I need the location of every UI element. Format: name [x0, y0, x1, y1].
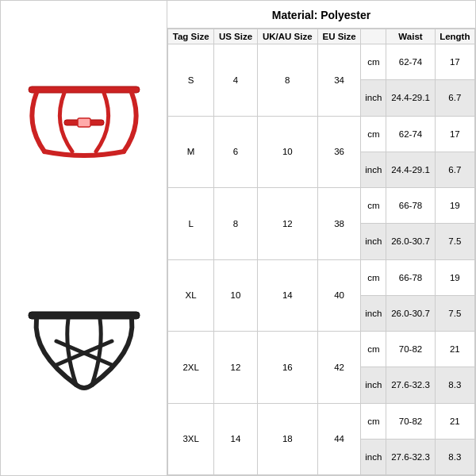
tag-size-cell: M: [168, 116, 214, 188]
eu-size-cell: 44: [317, 403, 360, 475]
unit-cm-cell: cm: [361, 44, 386, 80]
unit-inch-cell: inch: [361, 439, 386, 474]
table-column: Material: Polyester Tag Size US Size UK/…: [167, 1, 475, 475]
col-waist: Waist: [386, 29, 435, 44]
table-header-row: Tag Size US Size UK/AU Size EU Size Wais…: [168, 29, 475, 44]
material-label: Material: Polyester: [272, 9, 371, 21]
waist-inch-cell: 24.4-29.1: [386, 152, 435, 187]
waist-inch-cell: 24.4-29.1: [386, 80, 435, 116]
waist-inch-cell: 26.0-30.7: [386, 295, 435, 331]
unit-inch-cell: inch: [361, 295, 386, 331]
table-row: S 4 8 34 cm 62-74 17: [168, 44, 475, 80]
col-length: Length: [435, 29, 474, 44]
length-inch-cell: 8.3: [435, 439, 474, 474]
ukau-size-cell: 12: [257, 188, 317, 260]
ukau-size-cell: 14: [257, 259, 317, 332]
waist-cm-cell: 66-78: [386, 188, 435, 224]
col-unit: [361, 29, 386, 44]
unit-cm-cell: cm: [361, 116, 386, 152]
material-header: Material: Polyester: [167, 1, 475, 29]
table-row: M 6 10 36 cm 62-74 17: [168, 116, 475, 152]
length-cm-cell: 21: [435, 332, 474, 367]
length-inch-cell: 7.5: [435, 295, 474, 331]
eu-size-cell: 34: [317, 44, 360, 117]
length-cm-cell: 21: [435, 403, 474, 439]
waist-inch-cell: 27.6-32.3: [386, 367, 435, 403]
unit-cm-cell: cm: [361, 259, 386, 295]
svg-rect-3: [29, 312, 140, 319]
waist-inch-cell: 27.6-32.3: [386, 439, 435, 474]
tag-size-cell: 2XL: [168, 332, 214, 404]
ukau-size-cell: 8: [257, 44, 317, 117]
length-inch-cell: 8.3: [435, 367, 474, 403]
svg-rect-0: [29, 86, 140, 93]
us-size-cell: 10: [214, 259, 257, 332]
waist-cm-cell: 62-74: [386, 116, 435, 152]
ukau-size-cell: 10: [257, 116, 317, 188]
tag-size-cell: L: [168, 188, 214, 260]
eu-size-cell: 36: [317, 116, 360, 188]
unit-cm-cell: cm: [361, 332, 386, 367]
unit-inch-cell: inch: [361, 224, 386, 259]
eu-size-cell: 40: [317, 259, 360, 332]
length-cm-cell: 17: [435, 116, 474, 152]
us-size-cell: 4: [214, 44, 257, 117]
table-row: 3XL 14 18 44 cm 70-82 21: [168, 403, 475, 439]
images-column: [1, 1, 167, 475]
waist-inch-cell: 26.0-30.7: [386, 224, 435, 259]
col-us-size: US Size: [214, 29, 257, 44]
length-inch-cell: 6.7: [435, 80, 474, 116]
svg-rect-2: [78, 118, 90, 127]
length-cm-cell: 19: [435, 259, 474, 295]
us-size-cell: 8: [214, 188, 257, 260]
us-size-cell: 6: [214, 116, 257, 188]
black-garment-image: [17, 262, 152, 444]
col-eu-size: EU Size: [317, 29, 360, 44]
waist-cm-cell: 62-74: [386, 44, 435, 80]
waist-cm-cell: 70-82: [386, 403, 435, 439]
main-container: Material: Polyester Tag Size US Size UK/…: [0, 0, 476, 476]
length-cm-cell: 19: [435, 188, 474, 224]
waist-cm-cell: 70-82: [386, 332, 435, 367]
us-size-cell: 14: [214, 403, 257, 475]
ukau-size-cell: 18: [257, 403, 317, 475]
table-row: XL 10 14 40 cm 66-78 19: [168, 259, 475, 295]
table-row: 2XL 12 16 42 cm 70-82 21: [168, 332, 475, 367]
length-inch-cell: 6.7: [435, 152, 474, 187]
col-ukau-size: UK/AU Size: [257, 29, 317, 44]
waist-cm-cell: 66-78: [386, 259, 435, 295]
length-inch-cell: 7.5: [435, 224, 474, 259]
table-row: L 8 12 38 cm 66-78 19: [168, 188, 475, 224]
unit-cm-cell: cm: [361, 188, 386, 224]
tag-size-cell: XL: [168, 259, 214, 332]
size-table: Tag Size US Size UK/AU Size EU Size Wais…: [167, 29, 475, 475]
tag-size-cell: 3XL: [168, 403, 214, 475]
red-garment-image: [17, 33, 152, 215]
tag-size-cell: S: [168, 44, 214, 117]
us-size-cell: 12: [214, 332, 257, 404]
col-tag-size: Tag Size: [168, 29, 214, 44]
eu-size-cell: 42: [317, 332, 360, 404]
ukau-size-cell: 16: [257, 332, 317, 404]
unit-inch-cell: inch: [361, 80, 386, 116]
length-cm-cell: 17: [435, 44, 474, 80]
unit-inch-cell: inch: [361, 152, 386, 187]
unit-cm-cell: cm: [361, 403, 386, 439]
eu-size-cell: 38: [317, 188, 360, 260]
unit-inch-cell: inch: [361, 367, 386, 403]
